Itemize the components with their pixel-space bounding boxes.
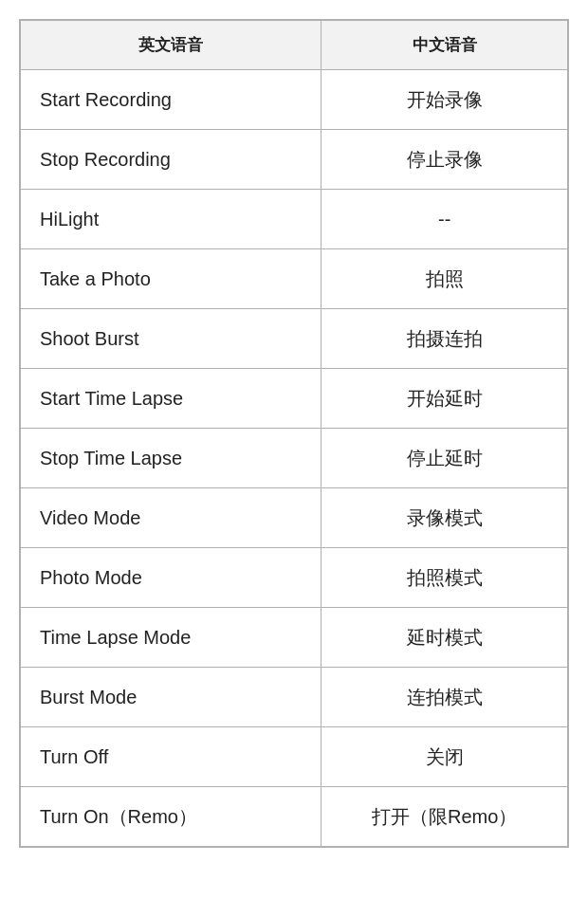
cell-english: Stop Recording — [21, 130, 322, 190]
cell-english: Burst Mode — [21, 668, 322, 727]
cell-chinese: 拍照模式 — [322, 548, 568, 608]
cell-chinese: 录像模式 — [322, 488, 568, 548]
cell-english: Start Recording — [21, 70, 322, 130]
cell-chinese: -- — [322, 190, 568, 249]
table-row: Turn Off关闭 — [21, 727, 568, 787]
table-row: HiLight-- — [21, 190, 568, 249]
table-row: Start Recording开始录像 — [21, 70, 568, 130]
cell-english: Photo Mode — [21, 548, 322, 608]
table-row: Photo Mode拍照模式 — [21, 548, 568, 608]
main-table-container: 英文语音 中文语音 Start Recording开始录像Stop Record… — [19, 19, 569, 848]
header-english: 英文语音 — [21, 21, 322, 70]
cell-english: Start Time Lapse — [21, 369, 322, 429]
table-row: Take a Photo拍照 — [21, 249, 568, 309]
cell-chinese: 停止录像 — [322, 130, 568, 190]
cell-chinese: 开始录像 — [322, 70, 568, 130]
table-body: Start Recording开始录像Stop Recording停止录像HiL… — [21, 70, 568, 847]
table-row: Start Time Lapse开始延时 — [21, 369, 568, 429]
table-row: Video Mode录像模式 — [21, 488, 568, 548]
cell-english: Stop Time Lapse — [21, 429, 322, 488]
table-header-row: 英文语音 中文语音 — [21, 21, 568, 70]
cell-english: Take a Photo — [21, 249, 322, 309]
table-row: Burst Mode连拍模式 — [21, 668, 568, 727]
voice-commands-table: 英文语音 中文语音 Start Recording开始录像Stop Record… — [20, 20, 568, 847]
cell-english: HiLight — [21, 190, 322, 249]
table-row: Shoot Burst拍摄连拍 — [21, 309, 568, 369]
cell-english: Shoot Burst — [21, 309, 322, 369]
cell-english: Video Mode — [21, 488, 322, 548]
table-row: Time Lapse Mode延时模式 — [21, 608, 568, 668]
table-row: Turn On（Remo）打开（限Remo） — [21, 787, 568, 847]
cell-english: Turn Off — [21, 727, 322, 787]
cell-chinese: 关闭 — [322, 727, 568, 787]
cell-chinese: 停止延时 — [322, 429, 568, 488]
cell-english: Turn On（Remo） — [21, 787, 322, 847]
cell-chinese: 开始延时 — [322, 369, 568, 429]
header-chinese: 中文语音 — [322, 21, 568, 70]
cell-chinese: 拍照 — [322, 249, 568, 309]
cell-chinese: 连拍模式 — [322, 668, 568, 727]
table-row: Stop Time Lapse停止延时 — [21, 429, 568, 488]
cell-chinese: 打开（限Remo） — [322, 787, 568, 847]
cell-chinese: 延时模式 — [322, 608, 568, 668]
table-row: Stop Recording停止录像 — [21, 130, 568, 190]
cell-chinese: 拍摄连拍 — [322, 309, 568, 369]
cell-english: Time Lapse Mode — [21, 608, 322, 668]
